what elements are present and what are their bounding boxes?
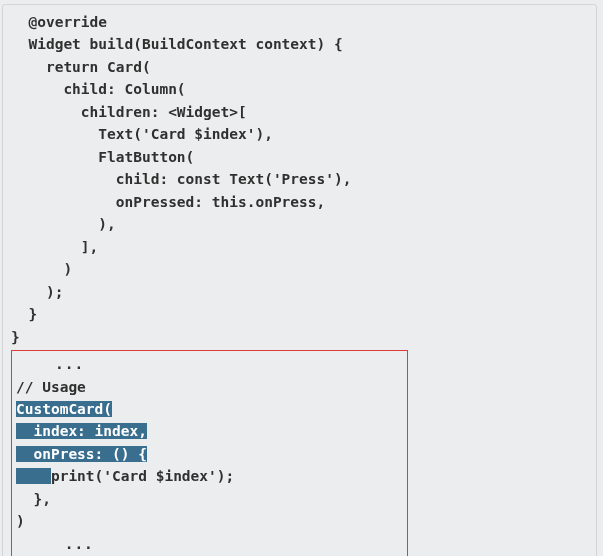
code-block: @override Widget build(BuildContext cont… — [11, 11, 588, 348]
code-snippet-container: @override Widget build(BuildContext cont… — [2, 4, 597, 556]
highlighted-code — [16, 446, 33, 462]
code-line: ), — [11, 216, 116, 232]
ellipsis: ... — [16, 356, 84, 372]
code-line: ) — [11, 261, 72, 277]
highlighted-code — [16, 423, 33, 439]
code-line: ], — [11, 239, 98, 255]
code-line: @override — [11, 14, 107, 30]
usage-annotation-box: ... // Usage CustomCard( index: index, o… — [11, 350, 408, 556]
highlighted-code: index: index, — [33, 423, 147, 439]
usage-code-block: ... // Usage CustomCard( index: index, o… — [16, 353, 403, 555]
code-line — [16, 491, 33, 507]
highlighted-code — [16, 468, 51, 484]
code-line: ) — [16, 513, 25, 529]
code-line: onPressed: this.onPress, — [11, 194, 325, 210]
code-line: FlatButton( — [11, 149, 194, 165]
usage-comment: // Usage — [16, 379, 86, 395]
highlighted-code: onPress: () { — [33, 446, 147, 462]
code-line: child: Column( — [11, 81, 186, 97]
code-line: children: <Widget>[ — [11, 104, 247, 120]
highlighted-code: CustomCard( — [16, 401, 112, 417]
ellipsis: ... — [16, 536, 94, 552]
code-line: } — [11, 329, 20, 345]
code-line: Text('Card $index'), — [11, 126, 273, 142]
code-line: return Card( — [11, 59, 151, 75]
code-line: } — [11, 306, 37, 322]
code-line: Widget build(BuildContext context) { — [11, 36, 343, 52]
code-line: child: const Text('Press'), — [11, 171, 351, 187]
code-line: ); — [11, 284, 63, 300]
code-line: print('Card $index'); — [51, 468, 234, 484]
code-line: }, — [33, 491, 50, 507]
